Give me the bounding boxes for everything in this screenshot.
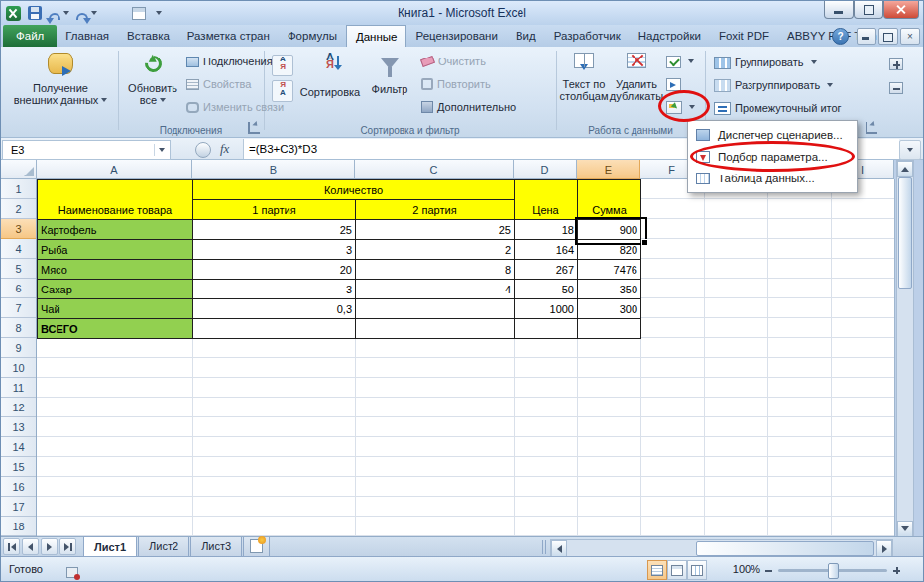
select-all-button[interactable] xyxy=(1,160,37,179)
sheet-tab-1[interactable]: Лист1 xyxy=(83,536,137,557)
tab-foxit[interactable]: Foxit PDF xyxy=(710,25,778,47)
cell-A8[interactable]: ВСЕГО xyxy=(37,318,193,339)
row-header-16[interactable]: 16 xyxy=(1,477,36,497)
cell-C6[interactable]: 4 xyxy=(355,279,515,299)
expand-formula-bar-button[interactable] xyxy=(899,140,921,160)
tab-view[interactable]: Вид xyxy=(507,25,545,47)
scroll-left-button[interactable] xyxy=(551,540,567,557)
insert-function-button[interactable]: fx xyxy=(220,141,229,157)
sort-ascending-button[interactable]: А Я xyxy=(272,55,293,76)
cell-D1-merged[interactable]: Цена xyxy=(514,179,578,220)
zoom-out-button[interactable] xyxy=(763,565,774,576)
tab-home[interactable]: Главная xyxy=(57,25,118,47)
cell-B2[interactable]: 1 партия xyxy=(192,199,356,220)
refresh-all-button[interactable]: Обновить все xyxy=(124,49,181,106)
cell-E5[interactable]: 7476 xyxy=(577,259,641,280)
row-header-10[interactable]: 10 xyxy=(1,358,36,378)
tab-insert[interactable]: Вставка xyxy=(118,25,178,47)
cell-D6[interactable]: 50 xyxy=(514,279,578,299)
row-header-5[interactable]: 5 xyxy=(1,259,36,279)
row-header-7[interactable]: 7 xyxy=(1,298,36,318)
tab-page-layout[interactable]: Разметка стран xyxy=(178,25,279,47)
cell-B8[interactable] xyxy=(192,318,356,339)
row-header-1[interactable]: 1 xyxy=(1,179,36,199)
row-header-4[interactable]: 4 xyxy=(1,239,36,259)
sheet-tab-3[interactable]: Лист3 xyxy=(190,537,242,557)
row-header-15[interactable]: 15 xyxy=(1,457,36,477)
normal-view-button[interactable] xyxy=(647,560,667,580)
page-layout-view-button[interactable] xyxy=(667,560,687,580)
text-to-columns-button[interactable]: Текст по столбцам xyxy=(558,49,610,102)
zoom-in-button[interactable] xyxy=(891,565,902,576)
cell-B1-merged[interactable]: Количество xyxy=(192,179,515,200)
vertical-scrollbar[interactable] xyxy=(896,160,914,538)
horizontal-scroll-thumb[interactable] xyxy=(696,541,874,556)
cell-C3[interactable]: 25 xyxy=(355,219,515,240)
cell-A3[interactable]: Картофель xyxy=(37,219,193,240)
ungroup-button[interactable]: Разгруппировать xyxy=(711,75,836,95)
column-header-C[interactable]: C xyxy=(355,160,514,179)
cell-A5[interactable]: Мясо xyxy=(37,259,193,280)
cell-B5[interactable]: 20 xyxy=(192,259,356,280)
cell-C5[interactable]: 8 xyxy=(355,259,515,280)
cell-B6[interactable]: 3 xyxy=(192,279,356,299)
zoom-level[interactable]: 100% xyxy=(721,563,760,575)
data-validation-button[interactable] xyxy=(663,52,697,71)
hide-detail-button[interactable] xyxy=(889,80,903,98)
cell-E1-merged[interactable]: Сумма xyxy=(577,179,641,220)
tab-developer[interactable]: Разработчик xyxy=(545,25,630,47)
formula-bar-button[interactable] xyxy=(195,142,211,158)
sort-descending-button[interactable]: Я А xyxy=(272,80,293,102)
cell-B7[interactable]: 0,3 xyxy=(192,298,356,319)
last-sheet-button[interactable] xyxy=(59,538,76,555)
what-if-analysis-button[interactable] xyxy=(663,97,698,117)
cell-A1-merged[interactable]: Наименование товара xyxy=(37,179,193,220)
workbook-minimize-button[interactable] xyxy=(857,28,876,45)
zoom-slider-thumb[interactable] xyxy=(828,563,839,579)
menu-item-scenario-manager[interactable]: Диспетчер сценариев... xyxy=(688,124,857,146)
row-header-2[interactable]: 2 xyxy=(1,199,36,219)
tab-addins[interactable]: Надстройки xyxy=(630,25,710,47)
tab-review[interactable]: Рецензировани xyxy=(406,25,506,47)
show-detail-button[interactable] xyxy=(889,57,903,74)
row-header-17[interactable]: 17 xyxy=(1,497,36,517)
cell-E8[interactable] xyxy=(577,318,641,339)
row-header-8[interactable]: 8 xyxy=(1,318,36,338)
cell-E7[interactable]: 300 xyxy=(577,298,641,319)
tab-file[interactable]: Файл xyxy=(3,25,57,47)
cell-A4[interactable]: Рыба xyxy=(37,239,193,260)
row-header-14[interactable]: 14 xyxy=(1,437,36,457)
column-header-D[interactable]: D xyxy=(514,160,577,179)
minimize-button[interactable] xyxy=(824,1,854,19)
help-icon[interactable] xyxy=(832,28,849,45)
cell-C2[interactable]: 2 партия xyxy=(355,199,515,220)
cell-A7[interactable]: Чай xyxy=(37,298,193,319)
name-box[interactable]: E3 xyxy=(2,140,171,160)
dialog-launcher-icon[interactable] xyxy=(248,122,260,134)
cell-D4[interactable]: 164 xyxy=(514,239,578,260)
column-header-B[interactable]: B xyxy=(192,160,355,179)
name-box-dropdown[interactable] xyxy=(154,144,168,156)
cell-D3[interactable]: 18 xyxy=(514,219,578,240)
dialog-launcher-icon[interactable] xyxy=(866,122,877,134)
tab-data[interactable]: Данные xyxy=(346,25,407,48)
cell-D8[interactable] xyxy=(514,318,578,339)
filter-button[interactable]: Фильтр xyxy=(365,49,414,95)
cell-C8[interactable] xyxy=(355,318,515,339)
next-sheet-button[interactable] xyxy=(41,538,58,555)
column-header-A[interactable]: A xyxy=(37,160,192,179)
workbook-restore-button[interactable] xyxy=(878,28,898,45)
record-macro-button[interactable] xyxy=(66,564,78,582)
first-sheet-button[interactable] xyxy=(3,538,20,555)
cell-C7[interactable] xyxy=(355,298,515,319)
tab-split-handle[interactable] xyxy=(542,540,547,554)
subtotal-button[interactable]: Промежуточный итог xyxy=(711,98,845,118)
scroll-down-button[interactable] xyxy=(897,521,913,537)
previous-sheet-button[interactable] xyxy=(22,538,39,555)
row-header-13[interactable]: 13 xyxy=(1,417,36,437)
advanced-button[interactable]: Дополнительно xyxy=(418,97,519,117)
consolidate-button[interactable] xyxy=(663,74,684,94)
cell-E6[interactable]: 350 xyxy=(577,279,641,299)
properties-button[interactable]: Свойства xyxy=(183,74,254,94)
cell-C4[interactable]: 2 xyxy=(355,239,515,260)
